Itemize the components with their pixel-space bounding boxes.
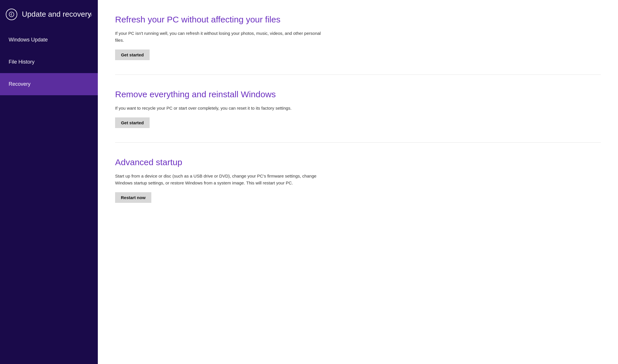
back-button[interactable] [6, 9, 17, 20]
search-icon[interactable]: ⌕ [88, 11, 92, 18]
sidebar-header: Update and recovery ⌕ [0, 0, 98, 29]
advanced-startup-title: Advanced startup [115, 157, 601, 167]
restart-now-button[interactable]: Restart now [115, 192, 151, 203]
reset-get-started-button[interactable]: Get started [115, 117, 150, 128]
sidebar: Update and recovery ⌕ Windows Update Fil… [0, 0, 98, 364]
refresh-description: If your PC isn't running well, you can r… [115, 30, 322, 44]
sidebar-item-windows-update[interactable]: Windows Update [0, 29, 98, 51]
sidebar-item-file-history[interactable]: File History [0, 51, 98, 73]
divider-1 [115, 75, 601, 75]
advanced-startup-section: Advanced startup Start up from a device … [115, 157, 601, 203]
refresh-section: Refresh your PC without affecting your f… [115, 14, 601, 60]
reset-description: If you want to recycle your PC or start … [115, 105, 322, 112]
divider-2 [115, 142, 601, 143]
advanced-startup-description: Start up from a device or disc (such as … [115, 173, 322, 186]
sidebar-item-recovery[interactable]: Recovery [0, 73, 98, 95]
reset-title: Remove everything and reinstall Windows [115, 89, 601, 100]
refresh-get-started-button[interactable]: Get started [115, 49, 150, 60]
refresh-title: Refresh your PC without affecting your f… [115, 14, 601, 25]
main-content: Refresh your PC without affecting your f… [98, 0, 618, 364]
reset-section: Remove everything and reinstall Windows … [115, 89, 601, 128]
svg-point-0 [9, 12, 14, 17]
sidebar-title: Update and recovery [22, 10, 92, 19]
